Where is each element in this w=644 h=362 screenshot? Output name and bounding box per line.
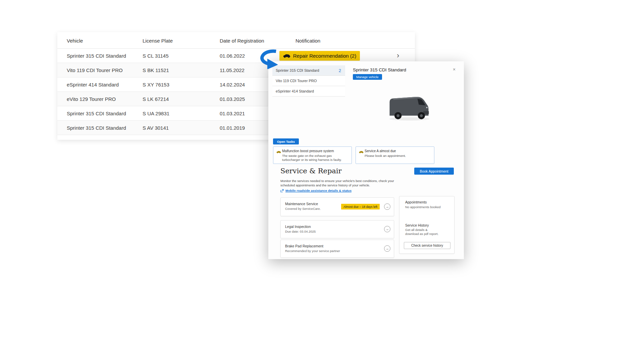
vehicle-list-item[interactable]: Sprinter 315 CDI Standard 2 (272, 65, 345, 76)
arrow-right-icon[interactable]: → (384, 245, 390, 252)
header-date-of-registration: Date of Registration (220, 38, 264, 44)
task-title: Service A almost due (365, 149, 434, 153)
service-title: Brake Pad Replacement (285, 244, 323, 248)
mobilo-link-row[interactable]: Mobilo roadside assistance details & sta… (280, 189, 352, 192)
vehicle-cell: eSprinter 414 Standard (67, 82, 119, 87)
vehicle-list-item-label: Sprinter 315 CDI Standard (276, 68, 319, 72)
service-repair-description: Monitor the services needed to ensure yo… (280, 179, 394, 187)
service-subtitle: Covered by ServiceCare. (285, 207, 321, 210)
date-cell: 01.03.2025 (220, 96, 245, 102)
popup-title: Sprinter 315 CDI Standard (353, 67, 406, 72)
repair-recommendation-label: Repair Recommendation (2) (293, 53, 356, 59)
service-history-line: download as pdf report. (405, 232, 438, 236)
vehicle-detail-popup: Sprinter 315 CDI Standard 2 Vito 119 CDI… (268, 61, 464, 259)
car-warning-icon (359, 150, 364, 154)
arrow-right-icon[interactable]: → (384, 203, 390, 210)
service-title: Maintenance Service (285, 202, 318, 206)
brake-pad-replacement-card[interactable]: Brake Pad Replacement Recommended by you… (280, 240, 394, 258)
vehicle-cell: Sprinter 315 CDI Standard (67, 53, 126, 59)
pointer-arrow-icon (257, 49, 282, 69)
legal-inspection-card[interactable]: Legal Inspection Due date: 03.04.2025 → (280, 220, 394, 238)
service-history-line: Get all details & (405, 228, 428, 232)
plate-cell: S AV 30141 (143, 125, 169, 131)
plate-cell: S UA 29831 (143, 111, 169, 116)
vehicle-cell: Sprinter 315 CDI Standard (67, 111, 126, 116)
header-license-plate: License Plate (143, 38, 173, 44)
external-link-icon (280, 189, 284, 192)
task-title: Malfunction boost pressure system (282, 149, 352, 153)
open-task-card[interactable]: Malfunction boost pressure system The wa… (273, 146, 352, 164)
almost-due-badge: Almost due – 18 days left (341, 204, 380, 209)
check-service-history-button[interactable]: Check service history (404, 242, 450, 249)
appointments-title: Appointments (405, 200, 427, 204)
vehicle-list-item-label: Vito 119 CDI Tourer PRO (276, 79, 317, 83)
description-line: Monitor the services needed to ensure yo… (280, 179, 394, 183)
service-title: Legal Inspection (285, 225, 311, 229)
open-task-card[interactable]: Service A almost due Please book an appo… (356, 146, 434, 164)
task-description-line: Please book an appointment. (365, 154, 434, 158)
screen: Vehicle License Plate Date of Registrati… (0, 0, 644, 362)
close-icon[interactable]: × (453, 67, 455, 72)
plate-cell: S LK 67214 (143, 96, 169, 102)
task-text: Malfunction boost pressure system The wa… (282, 149, 352, 162)
plate-cell: S BK 11521 (143, 67, 169, 73)
appointments-history-card: Appointments No appointments booked Serv… (399, 196, 454, 254)
table-header-row: Vehicle License Plate Date of Registrati… (57, 32, 415, 49)
vehicle-cell: Vito 119 CDI Tourer PRO (67, 67, 123, 73)
chevron-right-icon[interactable]: › (397, 51, 399, 61)
plate-cell: S CL 31145 (143, 53, 169, 59)
vehicle-image (385, 92, 434, 123)
date-cell: 14.02.2024 (220, 82, 245, 87)
service-history-title: Service History (405, 223, 429, 227)
plate-cell: S XY 76153 (143, 82, 169, 87)
maintenance-service-card[interactable]: Maintenance Service Covered by ServiceCa… (280, 197, 394, 216)
open-task-count-badge: 2 (339, 65, 341, 76)
vehicle-list-item[interactable]: eSprinter 414 Standard (272, 86, 345, 97)
car-icon (283, 54, 290, 58)
date-cell: 01.06.2022 (220, 53, 245, 59)
vehicle-list: Sprinter 315 CDI Standard 2 Vito 119 CDI… (272, 65, 345, 97)
book-appointment-button[interactable]: Book Appointment (414, 168, 454, 175)
date-cell: 01.03.2021 (220, 111, 245, 116)
header-vehicle: Vehicle (67, 38, 83, 44)
vehicle-list-item[interactable]: Vito 119 CDI Tourer PRO (272, 76, 345, 86)
date-cell: 11.05.2022 (220, 67, 245, 73)
table-row[interactable]: Sprinter 315 CDI Standard S CL 31145 01.… (57, 49, 415, 63)
date-cell: 01.01.2019 (220, 125, 245, 131)
service-repair-heading: Service & Repair (280, 167, 342, 175)
task-description-line: turbocharger or its wiring harness is fa… (282, 158, 352, 162)
vehicle-cell: Sprinter 315 CDI Standard (67, 125, 126, 131)
service-subtitle: Due date: 03.04.2025 (285, 230, 316, 233)
header-notification: Notification (296, 38, 320, 44)
repair-recommendation-button[interactable]: Repair Recommendation (2) (279, 51, 360, 61)
vehicle-cell: eVito 129 Tourer PRO (67, 96, 116, 102)
description-line: scheduled appointments and the service h… (280, 183, 394, 187)
task-description-line: The waste gate on the exhaust gas (282, 154, 352, 158)
open-tasks-button[interactable]: Open Tasks (273, 138, 299, 144)
appointments-subtitle: No appointments booked (405, 205, 441, 209)
task-text: Service A almost due Please book an appo… (365, 149, 434, 158)
mobilo-assistance-link[interactable]: Mobilo roadside assistance details & sta… (285, 189, 352, 192)
arrow-right-icon[interactable]: → (384, 226, 390, 232)
vehicle-list-item-label: eSprinter 414 Standard (276, 89, 314, 93)
manage-vehicle-button[interactable]: Manage vehicle (353, 74, 382, 80)
car-warning-icon (276, 150, 281, 154)
service-subtitle: Recommended by your service partner (285, 249, 340, 253)
